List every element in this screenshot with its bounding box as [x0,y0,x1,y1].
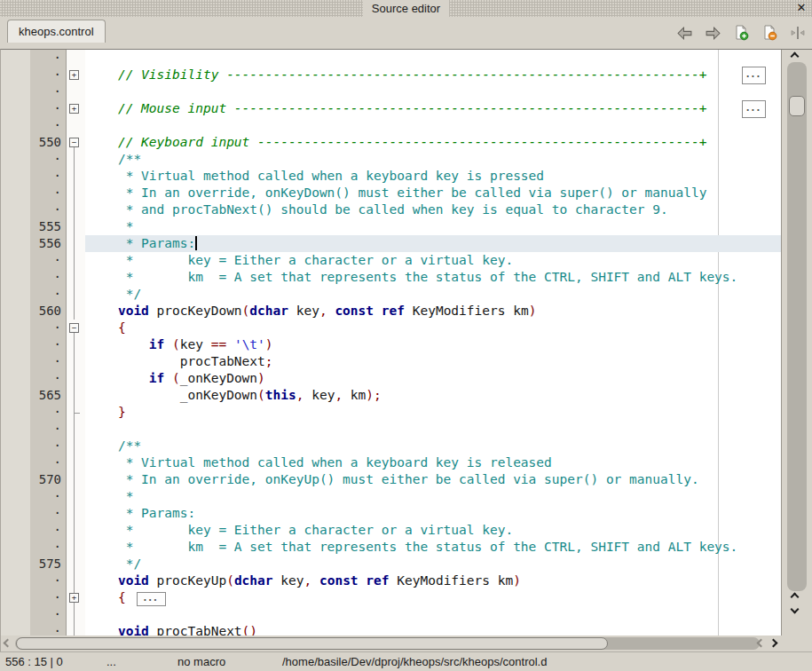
code-text[interactable]: // Visibility --------------------------… [85,67,781,83]
code-line[interactable]: · [1,117,781,134]
code-text[interactable] [85,50,781,67]
code-text[interactable]: if (_onKeyDown) [85,370,781,387]
line-number[interactable]: 560 [30,303,66,320]
gutter-marks-strip[interactable] [1,471,30,488]
fold-gutter[interactable] [66,454,85,471]
code-text[interactable] [85,421,781,438]
code-text[interactable]: _onKeyDown(this, key, km); [85,387,781,404]
line-dot[interactable]: · [30,623,66,635]
code-line[interactable]: ·+ // Mouse input ----------------------… [1,100,781,117]
fold-gutter[interactable] [66,471,85,488]
scroll-down-icon[interactable] [791,605,800,614]
gutter-marks-strip[interactable] [1,134,30,151]
fold-gutter[interactable] [66,303,85,320]
code-text[interactable]: * key = Either a character or a virtual … [85,522,781,539]
fold-gutter[interactable] [66,336,85,353]
gutter-marks-strip[interactable] [1,522,30,539]
fold-gutter[interactable] [66,438,85,454]
code-text[interactable]: * Params: [85,235,781,252]
code-text[interactable]: } [85,404,781,421]
code-line[interactable]: · * and procTabNext() should be called w… [1,201,781,218]
code-text[interactable]: // Keyboard input ----------------------… [85,134,781,151]
fold-gutter[interactable]: − [66,320,85,336]
gutter-marks-strip[interactable] [1,572,30,589]
code-text[interactable]: * km = A set that represents the status … [85,539,781,556]
fold-gutter[interactable] [66,572,85,589]
code-line[interactable]: ·+ {... [1,589,781,606]
scroll-right-icon[interactable] [769,639,778,648]
fold-gutter[interactable] [66,404,85,421]
code-text[interactable]: // Mouse input -------------------------… [85,100,781,117]
code-text[interactable]: * In an override, onKeyDown() must eithe… [85,185,781,201]
gutter-marks-strip[interactable] [1,286,30,303]
gutter-marks-strip[interactable] [1,252,30,269]
line-dot[interactable]: · [30,286,66,303]
code-line[interactable]: · if (key == '\t') [1,336,781,353]
line-dot[interactable]: · [30,353,66,370]
gutter-marks-strip[interactable] [1,421,30,438]
gutter-marks-strip[interactable] [1,454,30,471]
fold-gutter[interactable] [66,252,85,269]
code-line[interactable]: · * key = Either a character or a virtua… [1,522,781,539]
gutter-marks-strip[interactable] [1,151,30,168]
line-dot[interactable]: · [30,83,66,100]
line-dot[interactable]: · [30,421,66,438]
fold-gutter[interactable] [66,201,85,218]
gutter-marks-strip[interactable] [1,67,30,83]
gutter-marks-strip[interactable] [1,623,30,635]
fold-gutter[interactable]: + [66,589,85,606]
gutter-marks-strip[interactable] [1,83,30,100]
code-text[interactable]: * In an override, onKeyUp() must either … [85,471,781,488]
gutter-marks-strip[interactable] [1,589,30,606]
fold-gutter[interactable] [66,83,85,100]
fold-gutter[interactable] [66,370,85,387]
gutter-marks-strip[interactable] [1,539,30,556]
gutter-marks-strip[interactable] [1,606,30,623]
gutter-marks-strip[interactable] [1,488,30,505]
line-dot[interactable]: · [30,454,66,471]
fold-expand-icon[interactable]: + [69,70,79,80]
code-line[interactable]: 565 _onKeyDown(this, key, km); [1,387,781,404]
code-line[interactable]: ·+ // Visibility -----------------------… [1,67,781,83]
fold-gutter[interactable] [66,185,85,201]
fold-gutter[interactable]: + [66,100,85,117]
gutter-marks-strip[interactable] [1,556,30,572]
fold-collapse-icon[interactable]: − [69,138,79,147]
code-text[interactable]: */ [85,286,781,303]
line-dot[interactable]: · [30,539,66,556]
gutter-marks-strip[interactable] [1,370,30,387]
code-line[interactable]: · * In an override, onKeyDown() must eit… [1,185,781,201]
gutter-marks-strip[interactable] [1,185,30,201]
code-text[interactable]: */ [85,556,781,572]
line-dot[interactable]: · [30,404,66,421]
code-text[interactable]: * Virtual method called when a keyboard … [85,454,781,471]
line-dot[interactable]: · [30,320,66,336]
collapsed-fold-box[interactable]: ... [742,100,766,118]
fold-gutter[interactable]: + [66,67,85,83]
code-line[interactable]: 575 */ [1,556,781,572]
line-number[interactable]: 555 [30,218,66,235]
code-text[interactable]: void procKeyUp(dchar key, const ref KeyM… [85,572,781,589]
gutter-marks-strip[interactable] [1,235,30,252]
line-dot[interactable]: · [30,50,66,67]
code-line[interactable]: · */ [1,286,781,303]
line-dot[interactable]: · [30,67,66,83]
line-dot[interactable]: · [30,117,66,134]
code-line[interactable]: 555 * [1,218,781,235]
vertical-scrollbar[interactable] [782,50,812,635]
gutter-marks-strip[interactable] [1,320,30,336]
code-line[interactable]: · * Params: [1,505,781,522]
code-line[interactable]: · /** [1,438,781,454]
code-text[interactable]: void procKeyDown(dchar key, const ref Ke… [85,303,781,320]
line-dot[interactable]: · [30,151,66,168]
code-text[interactable] [85,83,781,100]
code-line[interactable]: 550− // Keyboard input -----------------… [1,134,781,151]
fold-gutter[interactable] [66,556,85,572]
line-dot[interactable]: · [30,100,66,117]
code-text[interactable]: * km = A set that represents the status … [85,269,781,286]
collapsed-fold-box[interactable]: ... [742,67,766,84]
line-dot[interactable]: · [30,336,66,353]
gutter-marks-strip[interactable] [1,218,30,235]
gutter-marks-strip[interactable] [1,201,30,218]
code-text[interactable]: * key = Either a character or a virtual … [85,252,781,269]
